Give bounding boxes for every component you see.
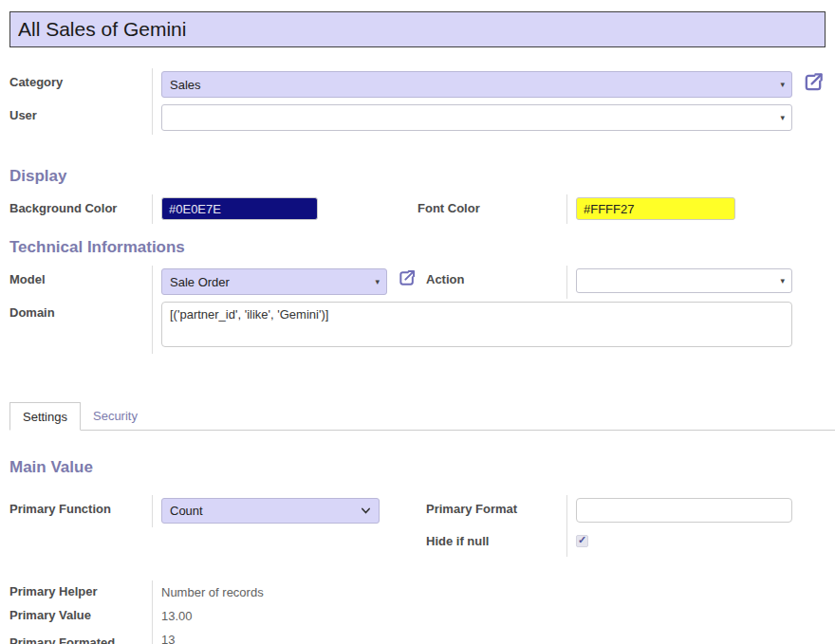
category-value: Sales [170,78,201,92]
primary-function-row: Primary Function Count Primary Format [9,495,826,527]
technical-section-heading: Technical Informations [9,238,826,257]
primary-function-select[interactable]: Count [161,498,380,524]
user-dropdown[interactable]: ▾ [161,104,792,131]
computed-values-group: Primary Helper Number of records Primary… [9,580,826,644]
caret-down-icon: ▾ [780,276,785,285]
model-action-row: Model Sale Order ▾ Action [9,266,826,299]
background-color-input[interactable] [161,197,318,220]
notebook-tabs: Settings Security [9,402,835,431]
category-dropdown[interactable]: Sales ▾ [161,71,792,98]
model-external-link-button[interactable] [398,268,417,287]
model-label: Model [9,266,152,299]
primary-format-label: Primary Format [418,495,566,527]
top-field-group: Category Sales ▾ User [9,68,826,135]
user-row: User ▾ [9,101,826,135]
primary-helper-row: Primary Helper Number of records [9,580,826,604]
hide-if-null-checkbox[interactable] [576,535,588,547]
domain-textarea[interactable]: [('partner_id', 'ilike', 'Gemini')] [161,302,792,347]
primary-formated-value-value: 13 [152,628,826,644]
primary-helper-label: Primary Helper [9,580,152,604]
tab-settings[interactable]: Settings [9,402,81,431]
model-dropdown[interactable]: Sale Order ▾ [161,268,387,295]
primary-format-input[interactable] [576,498,792,523]
tab-security[interactable]: Security [81,402,150,430]
primary-formated-value-label: Primary Formated Value [9,628,152,644]
primary-formated-value-row: Primary Formated Value 13 [9,628,826,644]
external-link-icon [398,268,417,287]
caret-down-icon: ▾ [780,80,785,89]
user-label: User [9,101,152,135]
dashboard-item-name-input[interactable] [9,11,826,47]
external-link-icon [803,71,825,93]
category-external-link-button[interactable] [803,71,825,93]
primary-function-value: Count [170,504,203,518]
hide-if-null-row: Hide if null [9,527,826,557]
action-label: Action [418,266,566,299]
background-color-label: Background Color [9,194,152,224]
main-value-section-heading: Main Value [9,458,826,477]
category-label: Category [9,68,152,101]
display-field-group: Background Color Font Color [9,194,826,224]
font-color-input[interactable] [576,197,735,220]
chevron-down-icon [360,505,372,520]
primary-helper-value: Number of records [152,580,826,604]
caret-down-icon: ▾ [780,113,785,122]
form-sheet: Category Sales ▾ User [0,0,835,644]
font-color-label: Font Color [418,194,566,224]
color-row: Background Color Font Color [9,194,826,224]
category-row: Category Sales ▾ [9,68,826,101]
primary-value-row: Primary Value 13.00 [9,604,826,628]
main-value-field-group: Primary Function Count Primary Format [9,495,826,557]
primary-value-label: Primary Value [9,604,152,628]
technical-field-group: Model Sale Order ▾ Action [9,266,826,354]
domain-label: Domain [9,299,152,354]
primary-function-label: Primary Function [9,495,152,527]
hide-if-null-label: Hide if null [418,527,566,557]
domain-row: Domain [('partner_id', 'ilike', 'Gemini'… [9,299,826,354]
primary-value-value: 13.00 [152,604,826,628]
model-value: Sale Order [170,275,230,289]
caret-down-icon: ▾ [375,277,380,286]
action-dropdown[interactable]: ▾ [576,268,792,293]
display-section-heading: Display [9,167,826,186]
